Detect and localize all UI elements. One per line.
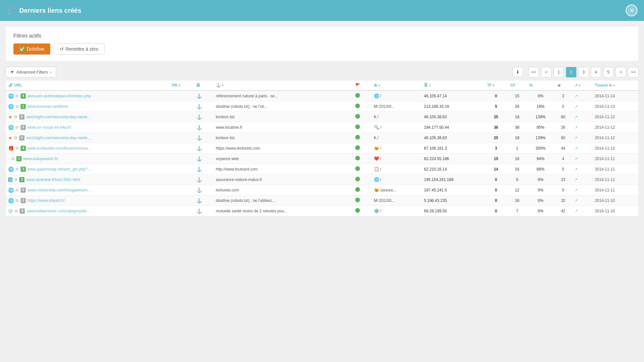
url-cell[interactable]: 🎁 ⚙ 4 www.surfeurdor.com/forum/concours-… <box>6 143 169 154</box>
anchor-cell: korleon biz <box>213 112 353 122</box>
status-cell <box>353 112 371 122</box>
target-cell: 🌐 / <box>371 90 422 101</box>
extlink-cell[interactable]: ↗ <box>572 133 592 143</box>
url-cell[interactable]: 🌐 ⚙ 0 https://www.shaarli.fr/ <box>6 195 169 206</box>
anchor-icon: ⚓ <box>196 146 202 151</box>
col-url: 🔗 URL <box>6 80 169 91</box>
date-cell: 2014-11-13 <box>592 101 639 112</box>
url-link[interactable]: www.autopassion.fr/ <box>23 156 58 161</box>
link-icon-cell: ⚓ <box>194 195 213 206</box>
gear-icon[interactable]: ⚙ <box>14 136 18 140</box>
anchor-cell: korleon biz <box>213 133 353 143</box>
first-page-button[interactable]: << <box>528 67 539 77</box>
url-link[interactable]: awamultiservices.com/category/decorat... <box>26 209 92 213</box>
link-icon-cell: ⚓ <box>194 174 213 185</box>
extlink-cell[interactable]: ↗ <box>572 143 592 154</box>
dofollow-filter-button[interactable]: ✅ Dofollow <box>13 43 50 55</box>
extlink-cell[interactable]: ↗ <box>572 185 592 195</box>
url-link[interactable]: seo2night.com/seocamp-day-nantes-2014 <box>26 115 91 119</box>
col-target[interactable]: ⊕ ▾ <box>371 80 422 91</box>
url-link[interactable]: www.cristoevida.com/fotogaleria/index... <box>27 188 93 192</box>
url-link[interactable]: www.xn--russir-en-b4a.fr/ <box>27 125 71 130</box>
gear-icon[interactable]: ⚙ <box>15 167 19 172</box>
links-table: 🔗 URL PR ▾ ⛓ ⚓ ▾ 🚩 ⊕ ▾ 🗄 ▾ TF ▾ CF % ◀ ↗… <box>5 80 639 216</box>
gear-icon[interactable]: ⚙ <box>14 115 18 119</box>
url-link[interactable]: annuaire-automatique.info/index.php <box>27 94 91 98</box>
dofollow-icon: ✅ <box>19 46 25 52</box>
extlink-cell[interactable]: ↗ <box>572 195 592 206</box>
url-cell[interactable]: 🌐 ⚙ 0 www.xn--russir-en-b4a.fr/ <box>6 122 169 133</box>
extlink-cell[interactable]: ↗ <box>572 122 592 133</box>
page-1-button[interactable]: 1 <box>554 67 564 77</box>
pr-cell <box>169 112 194 122</box>
gear-icon[interactable]: ⚙ <box>15 94 19 98</box>
url-cell[interactable]: · ⚙ 1 www.autopassion.fr/ <box>6 154 169 164</box>
status-cell <box>353 164 371 174</box>
badge: 0 <box>19 135 24 140</box>
advanced-filters-button[interactable]: ▼ Advanced Filters › <box>5 67 56 77</box>
col-pr[interactable]: PR ▾ <box>169 80 194 91</box>
target-icon: ❤️ <box>374 156 379 161</box>
gear-icon[interactable]: ⚙ <box>15 125 19 130</box>
url-cell[interactable]: S ⚙ 3 www.spotrank.fr/tout-3661.html <box>6 174 169 185</box>
link-icon-cell: ⚓ <box>194 185 213 195</box>
url-link[interactable]: www.surfeurdor.com/forum/concours-oct... <box>27 146 93 151</box>
col-extlink[interactable]: ↗ ▾ <box>572 80 592 91</box>
url-cell[interactable]: 🌐 ⚙ 4 annuaire-automatique.info/index.ph… <box>6 90 169 101</box>
status-cell <box>353 185 371 195</box>
target-icon: 🐱 <box>374 188 379 192</box>
ip-cell: 195.154.241.189 <box>421 174 484 185</box>
status-cell <box>353 122 371 133</box>
url-cell[interactable]: @ ⚙ 0 awamultiservices.com/category/deco… <box>6 206 169 216</box>
col-anchor[interactable]: ⚓ ▾ <box>213 80 353 91</box>
gear-icon[interactable]: ⚙ <box>15 146 19 151</box>
gear-icon[interactable]: ⚙ <box>14 209 18 213</box>
cf-cell: 26 <box>507 101 526 112</box>
ip-cell: 5.196.43.235 <box>421 195 484 206</box>
url-link[interactable]: www.gastonmag.net/ann_glo.php?rub=Cho... <box>27 167 93 172</box>
page-2-button[interactable]: 2 <box>566 67 576 77</box>
last-page-button[interactable]: >> <box>628 67 639 77</box>
cf-cell: 12 <box>507 185 526 195</box>
gear-icon[interactable]: ⚙ <box>14 177 18 182</box>
table-header-row: 🔗 URL PR ▾ ⛓ ⚓ ▾ 🚩 ⊕ ▾ 🗄 ▾ TF ▾ CF % ◀ ↗… <box>6 80 639 91</box>
url-link[interactable]: https://www.shaarli.fr/ <box>27 198 65 203</box>
export-button[interactable]: ⬇ <box>512 67 523 77</box>
extlink-cell[interactable]: ↗ <box>572 112 592 122</box>
ip-cell: 46.105.38.63 <box>421 112 484 122</box>
extlink-cell[interactable]: ↗ <box>572 164 592 174</box>
extlink-cell[interactable]: ↗ <box>572 206 592 216</box>
gear-icon[interactable]: ⚙ <box>15 198 19 203</box>
url-cell[interactable]: ★ ⚙ 0 seo2night.com/seocamp-day-nantes-2… <box>6 133 169 143</box>
next-page-button[interactable]: > <box>616 67 626 77</box>
col-found[interactable]: Trouvé le ▾ <box>592 80 639 91</box>
page-4-button[interactable]: 4 <box>591 67 601 77</box>
page-3-button[interactable]: 3 <box>578 67 589 77</box>
extlink-cell[interactable]: ↗ <box>572 101 592 112</box>
extlink-cell[interactable]: ↗ <box>572 154 592 164</box>
status-cell <box>353 101 371 112</box>
prev-page-button[interactable]: < <box>541 67 552 77</box>
extlink-cell[interactable]: ↗ <box>572 90 592 101</box>
url-link[interactable]: www.spotrank.fr/tout-3661.html <box>26 177 80 182</box>
pr-cell <box>169 122 194 133</box>
target-cell: 🌐 / <box>371 174 422 185</box>
url-cell[interactable]: 🌐 ⚙ 0 www.cristoevida.com/fotogaleria/in… <box>6 185 169 195</box>
target-cell: ❤️ / <box>371 154 422 164</box>
col-ip-stack[interactable]: 🗄 ▾ <box>421 80 484 91</box>
gear-icon[interactable]: ⚙ <box>11 156 15 161</box>
gear-icon[interactable]: ⚙ <box>15 188 19 192</box>
col-tf[interactable]: TF ▾ <box>484 80 507 91</box>
page-5-button[interactable]: 5 <box>603 67 614 77</box>
url-link[interactable]: www.korezian.net/liens/ <box>27 104 68 109</box>
url-link[interactable]: seo2night.com/seocamp-day-nantes-2014 <box>26 136 91 140</box>
extlink-cell[interactable]: ↗ <box>572 174 592 185</box>
reset-filter-button[interactable]: ↺ Remettre à zéro <box>54 43 105 55</box>
url-cell[interactable]: 🌐 ⚙ 3 www.gastonmag.net/ann_glo.php?rub=… <box>6 164 169 174</box>
date-cell: 2014-11-11 <box>592 174 639 185</box>
gear-icon[interactable]: ⚙ <box>15 104 19 109</box>
url-cell[interactable]: 🌐 ⚙ 1 www.korezian.net/liens/ <box>6 101 169 112</box>
filters-section: Filtres actifs ✅ Dofollow ↺ Remettre à z… <box>5 26 639 61</box>
url-cell[interactable]: ★ ⚙ 0 seo2night.com/seocamp-day-nantes-2… <box>6 112 169 122</box>
close-button[interactable]: ✕ <box>626 5 637 16</box>
